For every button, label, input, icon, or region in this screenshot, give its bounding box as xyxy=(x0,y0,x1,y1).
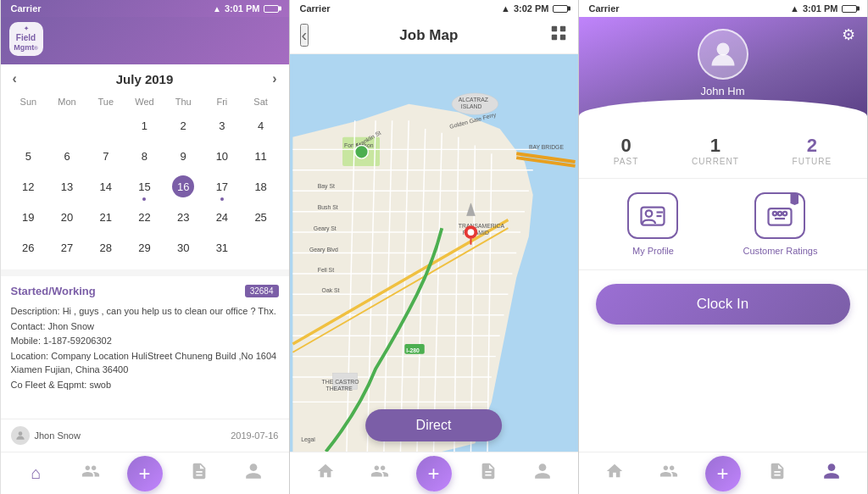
nav-people-1[interactable] xyxy=(64,462,118,485)
cal-day[interactable]: 18 xyxy=(242,171,281,202)
cal-day[interactable]: 12 xyxy=(9,171,48,202)
add-button-3[interactable]: + xyxy=(705,456,741,491)
bottom-nav-2: + xyxy=(290,452,578,494)
people-icon-3 xyxy=(659,462,678,485)
nav-people-2[interactable] xyxy=(353,462,407,485)
svg-point-0 xyxy=(18,431,22,436)
docs-icon-1 xyxy=(190,462,209,485)
cal-day[interactable]: 10 xyxy=(203,141,242,171)
nav-person-3[interactable] xyxy=(804,462,859,485)
direct-button[interactable]: Direct xyxy=(365,409,503,441)
stat-past-label: PAST xyxy=(614,157,638,166)
nav-people-3[interactable] xyxy=(642,462,696,485)
job-contact: Contact: Jhon Snow xyxy=(11,319,279,334)
nav-person-2[interactable] xyxy=(515,462,570,485)
nav-add-3[interactable]: + xyxy=(696,456,750,491)
nav-home-3[interactable] xyxy=(587,462,642,485)
stat-past: 0 PAST xyxy=(614,135,638,166)
add-button-1[interactable]: + xyxy=(127,456,163,491)
customer-ratings-card[interactable]: Customer Ratings xyxy=(743,192,817,256)
wave-bg xyxy=(579,99,867,125)
nav-person-1[interactable] xyxy=(226,462,281,485)
carrier-label-3: Carrier xyxy=(589,3,620,14)
cal-day[interactable]: 21 xyxy=(86,202,125,232)
nav-home-1[interactable]: ⌂ xyxy=(9,463,64,483)
nav-docs-1[interactable] xyxy=(172,462,226,485)
profile-actions: My Profile Customer Ratings xyxy=(579,179,867,270)
nav-docs-2[interactable] xyxy=(461,462,515,485)
svg-point-67 xyxy=(778,211,782,215)
svg-rect-2 xyxy=(559,26,565,31)
person-icon-1 xyxy=(244,462,263,485)
job-mobile: Mobile: 1-187-59206302 xyxy=(11,334,279,348)
nav-add-2[interactable]: + xyxy=(407,456,461,491)
cal-day[interactable]: 25 xyxy=(242,202,281,232)
cal-day[interactable]: 16 xyxy=(164,171,203,202)
battery-icon-1 xyxy=(264,5,279,13)
my-profile-card[interactable]: My Profile xyxy=(627,192,678,256)
job-footer: Jhon Snow 2019-07-16 xyxy=(1,419,289,452)
nav-docs-3[interactable] xyxy=(750,462,804,485)
job-cofleet: Co Fleet & Eqpmt: swob xyxy=(11,378,279,392)
stat-future: 2 FUTURE xyxy=(793,135,832,166)
cal-day[interactable]: 31 xyxy=(203,232,242,263)
job-description: Description: Hi , guys , can you help us… xyxy=(11,304,279,391)
cal-day[interactable]: 3 xyxy=(203,110,242,141)
cal-day[interactable]: 4 xyxy=(242,110,281,141)
grid-icon[interactable] xyxy=(549,24,568,47)
nav-add-1[interactable]: + xyxy=(118,456,172,491)
cal-day[interactable]: 13 xyxy=(47,171,86,202)
svg-text:Legal: Legal xyxy=(301,436,315,443)
app-header: ✦ Field Mgmt® xyxy=(1,17,289,64)
calendar-title: July 2019 xyxy=(116,72,174,86)
profile-header: ⚙ John Hm xyxy=(579,17,867,123)
calendar-header-row: SunMonTueWedThuFriSat xyxy=(9,93,281,110)
cal-day-header: Tue xyxy=(86,93,125,110)
svg-rect-1 xyxy=(551,26,556,31)
cal-day[interactable]: 1 xyxy=(125,110,164,141)
map-header: ‹ Job Map xyxy=(290,17,578,54)
cal-day[interactable]: 20 xyxy=(47,202,86,232)
cal-day[interactable]: 7 xyxy=(86,141,125,171)
svg-text:TRANSAMERICA: TRANSAMERICA xyxy=(458,223,504,229)
cal-day[interactable]: 28 xyxy=(86,232,125,263)
cal-day[interactable]: 6 xyxy=(47,141,86,171)
cal-day[interactable]: 8 xyxy=(125,141,164,171)
cal-day[interactable]: 27 xyxy=(47,232,86,263)
person-icon-2 xyxy=(533,462,552,485)
cal-day[interactable]: 30 xyxy=(164,232,203,263)
stat-future-label: FUTURE xyxy=(793,157,832,166)
time-label-3: 3:01 PM xyxy=(803,3,838,14)
home-icon-1: ⌂ xyxy=(31,463,41,483)
cal-day[interactable]: 14 xyxy=(86,171,125,202)
add-button-2[interactable]: + xyxy=(416,456,452,491)
cal-day[interactable]: 26 xyxy=(9,232,48,263)
cal-day[interactable]: 5 xyxy=(9,141,48,171)
cal-day[interactable]: 17 xyxy=(203,171,242,202)
back-button[interactable]: ‹ xyxy=(300,24,309,47)
stat-current-value: 1 xyxy=(692,135,739,157)
next-month-button[interactable]: › xyxy=(272,71,276,86)
svg-point-60 xyxy=(716,43,729,56)
cal-day[interactable]: 11 xyxy=(242,141,281,171)
clock-in-section: Clock In xyxy=(579,270,867,338)
cal-day-header: Sun xyxy=(9,93,48,110)
cal-day[interactable]: 29 xyxy=(125,232,164,263)
prev-month-button[interactable]: ‹ xyxy=(13,71,17,86)
cal-day[interactable]: 15 xyxy=(125,171,164,202)
battery-icon-2 xyxy=(553,5,568,13)
cal-day[interactable]: 19 xyxy=(9,202,48,232)
cal-day[interactable]: 9 xyxy=(164,141,203,171)
username-label: John Hm xyxy=(700,85,744,97)
nav-home-2[interactable] xyxy=(298,462,353,485)
cal-day[interactable]: 2 xyxy=(164,110,203,141)
cal-day[interactable]: 24 xyxy=(203,202,242,232)
cal-day[interactable]: 23 xyxy=(164,202,203,232)
person-icon-3 xyxy=(822,462,841,485)
cal-day[interactable]: 22 xyxy=(125,202,164,232)
calendar-grid: SunMonTueWedThuFriSat 123456789101112131… xyxy=(9,93,281,263)
app-logo: ✦ Field Mgmt® xyxy=(9,22,43,56)
settings-icon[interactable]: ⚙ xyxy=(842,25,855,44)
cal-day xyxy=(9,110,48,141)
clock-in-button[interactable]: Clock In xyxy=(596,284,850,325)
